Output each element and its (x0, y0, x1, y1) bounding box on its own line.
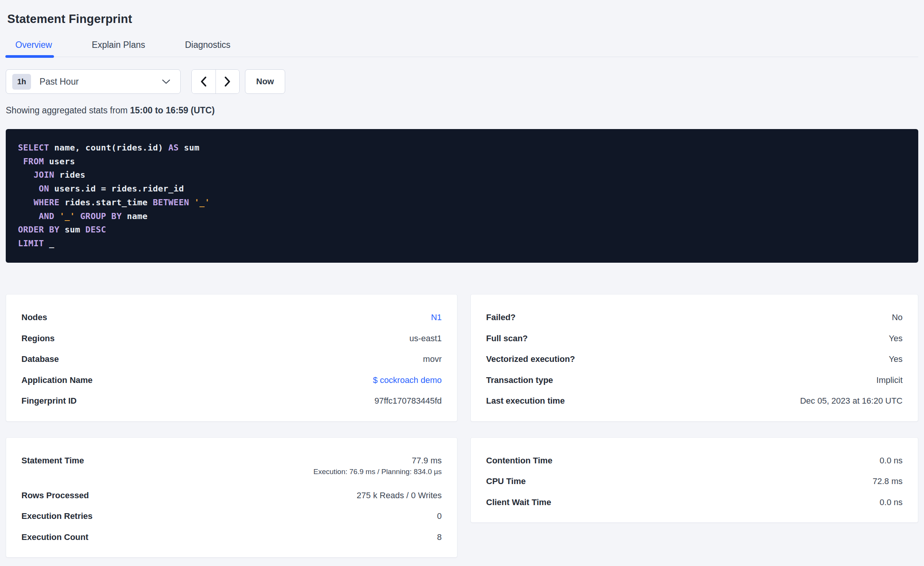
stat-row-transaction-type: Transaction typeImplicit (486, 370, 903, 391)
tab-overview[interactable]: Overview (15, 40, 52, 57)
statement-fingerprint-page: Statement Fingerprint OverviewExplain Pl… (0, 12, 924, 558)
aggregated-stats-range: 15:00 to 16:59 (UTC) (130, 105, 215, 115)
stat-row-statement-time: Statement Time77.9 msExecution: 76.9 ms … (21, 450, 442, 485)
time-range-dropdown[interactable]: 1h Past Hour (6, 69, 181, 94)
stat-label: Last execution time (486, 396, 565, 406)
stat-row-vectorized-execution: Vectorized execution?Yes (486, 349, 903, 370)
sql-line: SELECT name, count(rides.id) AS sum (18, 141, 906, 155)
tabs-bar: OverviewExplain PlansDiagnostics (6, 40, 918, 57)
stat-value: 0 (437, 511, 442, 521)
stat-label: Execution Count (21, 532, 88, 542)
time-controls-row: 1h Past Hour Now (6, 69, 918, 94)
stat-row-failed: Failed?No (486, 307, 903, 328)
sql-line: JOIN rides (18, 168, 906, 182)
sql-statement-box: SELECT name, count(rides.id) AS sum FROM… (6, 129, 918, 263)
stat-label: Full scan? (486, 334, 528, 344)
summary-cards-grid: NodesN1Regionsus-east1DatabasemovrApplic… (6, 294, 918, 558)
stat-label: Statement Time (21, 450, 84, 466)
time-range-label: Past Hour (39, 77, 162, 87)
stat-value: Dec 05, 2023 at 16:20 UTC (800, 396, 903, 406)
stat-row-execution-retries: Execution Retries0 (21, 506, 442, 527)
sql-line: AND '_' GROUP BY name (18, 209, 906, 223)
previous-time-button[interactable] (192, 70, 215, 93)
tab-explain-plans[interactable]: Explain Plans (92, 40, 145, 57)
stat-row-fingerprint-id: Fingerprint ID97ffc170783445fd (21, 391, 442, 412)
stat-row-contention-time: Contention Time0.0 ns (486, 450, 903, 471)
stat-label: Execution Retries (21, 511, 93, 521)
stat-value-link[interactable]: $ cockroach demo (373, 375, 442, 385)
stat-label: Rows Processed (21, 491, 89, 501)
sql-line: ON users.id = rides.rider_id (18, 182, 906, 196)
wait-time-card: Contention Time0.0 nsCPU Time72.8 msClie… (470, 437, 918, 523)
stat-value: 8 (437, 532, 442, 542)
tab-diagnostics[interactable]: Diagnostics (185, 40, 230, 57)
sql-line: FROM users (18, 155, 906, 168)
sql-line: LIMIT _ (18, 237, 906, 250)
stat-row-regions: Regionsus-east1 (21, 328, 442, 349)
stat-value-link[interactable]: N1 (431, 312, 442, 322)
stat-row-cpu-time: CPU Time72.8 ms (486, 471, 903, 492)
aggregated-stats-prefix: Showing aggregated stats from (6, 105, 130, 115)
now-button[interactable]: Now (245, 69, 285, 94)
stat-value: us-east1 (410, 334, 442, 344)
stat-label: Vectorized execution? (486, 354, 575, 364)
page-title: Statement Fingerprint (7, 12, 918, 26)
stat-value: 0.0 ns (880, 456, 903, 466)
stat-label: Transaction type (486, 375, 553, 385)
statement-time-card: Statement Time77.9 msExecution: 76.9 ms … (6, 437, 457, 558)
sql-line: WHERE rides.start_time BETWEEN '_' (18, 196, 906, 209)
stat-row-execution-count: Execution Count8 (21, 527, 442, 548)
stat-label: Client Wait Time (486, 497, 551, 507)
chevron-left-icon (200, 76, 207, 87)
stat-label: Fingerprint ID (21, 396, 77, 406)
stat-row-last-execution-time: Last execution timeDec 05, 2023 at 16:20… (486, 391, 903, 412)
stat-row-rows-processed: Rows Processed275 k Reads / 0 Writes (21, 485, 442, 506)
stat-value: 0.0 ns (880, 497, 903, 507)
stat-label: Regions (21, 334, 55, 344)
statement-details-card: NodesN1Regionsus-east1DatabasemovrApplic… (6, 294, 457, 422)
stat-value: 77.9 ms (412, 456, 442, 465)
sql-line: ORDER BY sum DESC (18, 223, 906, 237)
stat-value: 97ffc170783445fd (374, 396, 442, 406)
stat-value: movr (423, 354, 442, 364)
stat-value: 275 k Reads / 0 Writes (357, 491, 442, 501)
next-time-button[interactable] (215, 70, 240, 93)
stat-subvalue: Execution: 76.9 ms / Planning: 834.0 µs (313, 468, 442, 476)
stat-value: Yes (889, 334, 903, 344)
stat-row-database: Databasemovr (21, 349, 442, 370)
time-range-badge: 1h (12, 74, 31, 90)
chevron-right-icon (224, 76, 231, 87)
stat-row-application-name: Application Name$ cockroach demo (21, 370, 442, 391)
stat-label: Nodes (21, 312, 47, 322)
stat-label: CPU Time (486, 476, 526, 486)
stat-row-client-wait-time: Client Wait Time0.0 ns (486, 492, 903, 513)
time-step-button-group (191, 69, 240, 94)
execution-attributes-card: Failed?NoFull scan?YesVectorized executi… (470, 294, 918, 422)
stat-label: Contention Time (486, 456, 552, 466)
aggregated-stats-line: Showing aggregated stats from 15:00 to 1… (6, 105, 918, 116)
stat-value: No (892, 312, 903, 322)
stat-row-full-scan: Full scan?Yes (486, 328, 903, 349)
stat-value: Yes (889, 354, 903, 364)
stat-label: Failed? (486, 312, 516, 322)
stat-row-nodes: NodesN1 (21, 307, 442, 328)
stat-label: Database (21, 354, 59, 364)
stat-value: 72.8 ms (873, 476, 903, 486)
stat-label: Application Name (21, 375, 93, 385)
stat-value: Implicit (877, 375, 903, 385)
chevron-down-icon (162, 79, 170, 84)
